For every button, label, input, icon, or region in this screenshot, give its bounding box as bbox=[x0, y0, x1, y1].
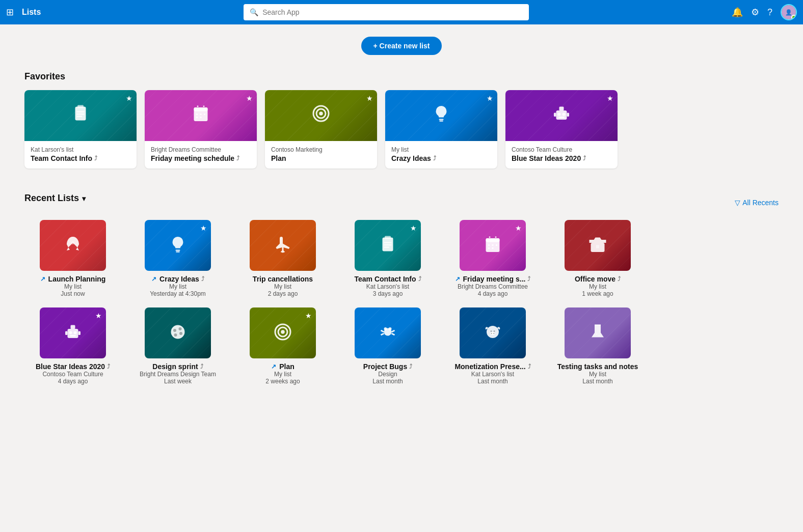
recent-card[interactable]: ★ Team Contact Info ⤴ Kat Larson's list … bbox=[339, 220, 436, 297]
recent-card-name: Design sprint ⤴ bbox=[152, 362, 203, 371]
fav-card-owner: Contoso Team Culture bbox=[512, 146, 611, 153]
recent-card-image bbox=[460, 307, 526, 358]
grid-icon[interactable]: ⊞ bbox=[6, 7, 14, 18]
recent-card-image: ★ bbox=[460, 220, 526, 271]
share-icon: ⤴ bbox=[409, 363, 412, 370]
favorite-card[interactable]: ★ Contoso Marketing Plan bbox=[265, 90, 377, 169]
fav-card-owner: Bright Dreams Committee bbox=[151, 146, 251, 153]
favorite-star[interactable]: ★ bbox=[126, 94, 132, 102]
share-icon: ⤴ bbox=[433, 155, 436, 162]
recent-card-name: Testing tasks and notes bbox=[557, 362, 638, 371]
avatar[interactable]: 👤 bbox=[781, 4, 797, 20]
favorite-card[interactable]: ★ Contoso Team Culture Blue Star Ideas 2… bbox=[505, 90, 618, 169]
recent-card-image: ★ bbox=[355, 220, 421, 271]
search-input[interactable] bbox=[262, 8, 523, 16]
bell-icon[interactable]: 🔔 bbox=[732, 7, 743, 18]
card-overlay bbox=[565, 220, 631, 271]
recent-card-time: Last week bbox=[164, 378, 192, 385]
fav-card-image: ★ bbox=[24, 90, 137, 141]
recent-card-name: Team Contact Info ⤴ bbox=[354, 275, 421, 283]
all-recents-button[interactable]: ▽ All Recents bbox=[735, 199, 779, 207]
favorite-card[interactable]: ★ Kat Larson's list Team Contact Info ⤴ bbox=[24, 90, 137, 169]
recent-card-image bbox=[145, 307, 211, 358]
card-overlay bbox=[355, 307, 421, 358]
recent-card-image: ★ bbox=[250, 307, 316, 358]
trending-icon: ↗ bbox=[271, 363, 276, 370]
recent-card[interactable]: Design sprint ⤴ Bright Dreams Design Tea… bbox=[129, 307, 226, 385]
recent-star[interactable]: ★ bbox=[305, 312, 312, 320]
fav-card-body: Contoso Marketing Plan bbox=[265, 141, 377, 169]
filter-icon: ▽ bbox=[735, 199, 740, 207]
recent-title: Recent Lists ▾ bbox=[24, 193, 86, 204]
recent-card-name: ↗ Launch Planning bbox=[40, 275, 106, 283]
create-new-list-button[interactable]: + Create new list bbox=[361, 37, 442, 55]
favorites-title: Favorites bbox=[24, 71, 779, 82]
recent-card-time: 4 days ago bbox=[58, 378, 88, 385]
trending-icon: ↗ bbox=[40, 275, 45, 283]
recent-card[interactable]: ↗ Launch Planning My list Just now bbox=[24, 220, 121, 297]
gear-icon[interactable]: ⚙ bbox=[751, 7, 759, 18]
recent-card[interactable]: Testing tasks and notes My list Last mon… bbox=[549, 307, 646, 385]
recent-star[interactable]: ★ bbox=[515, 224, 522, 232]
search-box: 🔍 bbox=[244, 4, 529, 20]
recent-card[interactable]: ★ ↗ Plan My list 2 weeks ago bbox=[234, 307, 331, 385]
favorite-star[interactable]: ★ bbox=[487, 94, 493, 102]
recent-star[interactable]: ★ bbox=[95, 312, 102, 320]
favorite-card[interactable]: ★ My list Crazy Ideas ⤴ bbox=[385, 90, 497, 169]
recent-card-name: ↗ Friday meeting s... ⤴ bbox=[455, 275, 531, 283]
fav-card-image: ★ bbox=[385, 90, 497, 141]
recent-star[interactable]: ★ bbox=[410, 224, 417, 232]
share-icon: ⤴ bbox=[94, 155, 97, 162]
card-overlay bbox=[505, 90, 618, 141]
recent-card-name: Office move ⤴ bbox=[575, 275, 621, 283]
recent-card-image bbox=[250, 220, 316, 271]
card-overlay bbox=[40, 220, 106, 271]
recent-card-time: Last month bbox=[582, 378, 612, 385]
recent-card-time: Just now bbox=[61, 290, 85, 297]
recent-card-image bbox=[355, 307, 421, 358]
recent-card[interactable]: Monetization Prese... ⤴ Kat Larson's lis… bbox=[444, 307, 541, 385]
fav-card-body: Contoso Team Culture Blue Star Ideas 202… bbox=[505, 141, 618, 169]
main-content: + Create new list Favorites ★ Kat Larson… bbox=[0, 24, 803, 407]
recent-card-image: ★ bbox=[40, 307, 106, 358]
favorites-row: ★ Kat Larson's list Team Contact Info ⤴ … bbox=[24, 90, 779, 169]
recent-section: Recent Lists ▾ ▽ All Recents ↗ Launch Pl… bbox=[24, 193, 779, 385]
recent-card-owner: Design bbox=[378, 371, 397, 378]
recent-card-name: Trip cancellations bbox=[253, 275, 313, 283]
card-overlay bbox=[250, 220, 316, 271]
recent-card[interactable]: Trip cancellations My list 2 days ago bbox=[234, 220, 331, 297]
create-btn-row: + Create new list bbox=[24, 37, 779, 55]
fav-card-owner: Kat Larson's list bbox=[31, 146, 130, 153]
fav-card-body: My list Crazy Ideas ⤴ bbox=[385, 141, 497, 169]
recent-card[interactable]: ★ Blue Star Ideas 2020 ⤴ Contoso Team Cu… bbox=[24, 307, 121, 385]
recent-card[interactable]: ★ ↗ Crazy Ideas ⤴ My list Yesterday at 4… bbox=[129, 220, 226, 297]
favorite-card[interactable]: ★ Bright Dreams Committee Friday meeting… bbox=[145, 90, 257, 169]
share-icon: ⤴ bbox=[201, 275, 204, 283]
fav-card-name: Crazy Ideas ⤴ bbox=[391, 154, 491, 162]
recent-card[interactable]: ★ ↗ Friday meeting s... ⤴ Bright Dreams … bbox=[444, 220, 541, 297]
favorite-star[interactable]: ★ bbox=[607, 94, 613, 102]
favorite-star[interactable]: ★ bbox=[246, 94, 253, 102]
recent-card-image bbox=[40, 220, 106, 271]
recent-card-time: 2 weeks ago bbox=[265, 378, 300, 385]
recent-card-time: 1 week ago bbox=[582, 290, 613, 297]
recent-card-image bbox=[565, 307, 631, 358]
card-overlay bbox=[265, 90, 377, 141]
favorite-star[interactable]: ★ bbox=[366, 94, 373, 102]
fav-card-name: Friday meeting schedule ⤴ bbox=[151, 154, 251, 162]
fav-card-image: ★ bbox=[265, 90, 377, 141]
card-overlay bbox=[24, 90, 137, 141]
trending-icon: ↗ bbox=[151, 275, 156, 283]
recent-card-owner: My list bbox=[169, 283, 186, 290]
recent-card-time: Last month bbox=[372, 378, 403, 385]
recent-card-owner: My list bbox=[64, 283, 82, 290]
recent-card-owner: My list bbox=[589, 283, 606, 290]
recent-chevron[interactable]: ▾ bbox=[82, 194, 86, 203]
recent-row-2: ★ Blue Star Ideas 2020 ⤴ Contoso Team Cu… bbox=[24, 307, 779, 385]
share-icon: ⤴ bbox=[527, 275, 530, 283]
app-title: Lists bbox=[22, 8, 41, 17]
help-icon[interactable]: ? bbox=[767, 7, 772, 18]
recent-card[interactable]: Project Bugs ⤴ Design Last month bbox=[339, 307, 436, 385]
recent-card[interactable]: Office move ⤴ My list 1 week ago bbox=[549, 220, 646, 297]
recent-star[interactable]: ★ bbox=[200, 224, 207, 232]
